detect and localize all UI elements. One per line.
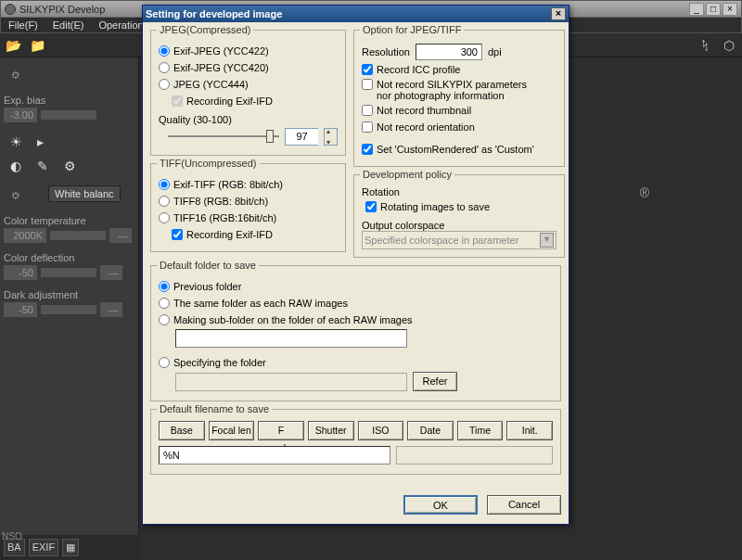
set-custom-checkbox[interactable] xyxy=(362,144,373,155)
exp-slider[interactable] xyxy=(41,110,96,120)
not-rec-thumb-checkbox[interactable] xyxy=(362,105,373,116)
focal-button[interactable]: Focal len xyxy=(209,421,255,440)
menu-edit[interactable]: Edit(E) xyxy=(45,18,92,32)
tiff-exif-checkbox[interactable] xyxy=(172,229,183,240)
refer-button[interactable]: Refer xyxy=(413,372,457,391)
prev-folder-radio[interactable] xyxy=(159,281,170,292)
jpeg-ycc444-label: JPEG (YCC444) xyxy=(173,79,249,90)
tiff-exif-rec-label: Recording Exif-IFD xyxy=(186,229,273,240)
not-rec-thumb-label: Not record thumbnail xyxy=(377,105,471,116)
brush-icon[interactable]: ✎ xyxy=(32,156,53,176)
exif-tag[interactable]: EXIF xyxy=(29,539,58,556)
ct-slider[interactable] xyxy=(50,231,106,240)
jpeg-exif-checkbox xyxy=(172,95,183,107)
cancel-button[interactable]: Cancel xyxy=(487,495,561,515)
tiff8-label: TIFF8 (RGB: 8bit/ch) xyxy=(173,196,268,207)
resolution-input[interactable] xyxy=(416,44,482,60)
filename-group: Default filename to save Base Focal len … xyxy=(150,409,561,475)
jpeg-ycc422-radio[interactable] xyxy=(159,45,170,57)
jpeg-group-title: JPEG(Compressed) xyxy=(157,24,253,35)
wb-tab[interactable]: White balanc xyxy=(48,185,121,202)
filename-pattern-input[interactable] xyxy=(159,446,390,465)
contrast-icon[interactable]: ◐ xyxy=(6,156,26,176)
close-button[interactable]: × xyxy=(723,3,737,16)
jpeg-ycc420-label: Exif-JPEG (YCC420) xyxy=(173,62,269,73)
filename-group-title: Default filename to save xyxy=(157,403,272,414)
nso-label: NSO xyxy=(2,531,22,541)
folder-group-title: Default folder to save xyxy=(157,260,259,271)
tiff8-radio[interactable] xyxy=(159,196,170,207)
time-button[interactable]: Time xyxy=(457,421,504,440)
tiff16-radio[interactable] xyxy=(159,212,170,223)
resolution-unit: dpi xyxy=(488,46,502,57)
brightness-icon[interactable]: ☼ xyxy=(6,63,26,83)
not-rec-orient-checkbox[interactable] xyxy=(362,121,373,133)
subfolder-input[interactable] xyxy=(175,329,407,348)
jpeg-ycc420-radio[interactable] xyxy=(159,62,170,73)
init-button[interactable]: Init. xyxy=(506,421,553,440)
quality-input[interactable] xyxy=(285,128,318,146)
jpeg-ycc444-radio[interactable] xyxy=(159,79,170,90)
chevron-down-icon: ▼ xyxy=(540,233,554,248)
output-cs-value: Specified colorspace in parameter xyxy=(365,235,518,246)
specify-folder-radio[interactable] xyxy=(159,357,170,368)
quality-spinner[interactable] xyxy=(324,128,338,146)
quality-label: Quality (30-100) xyxy=(159,114,338,125)
quality-slider[interactable] xyxy=(168,127,279,146)
tiff16-label: TIFF16 (RGB:16bit/ch) xyxy=(173,212,276,223)
subfolder-radio[interactable] xyxy=(159,314,170,325)
menu-file[interactable]: File(F) xyxy=(1,18,45,32)
da-dash: --- xyxy=(100,302,122,317)
same-folder-radio[interactable] xyxy=(159,298,170,309)
tiff-exif-radio[interactable] xyxy=(159,179,170,190)
cd-dash: --- xyxy=(100,265,122,280)
wb-icon: ☼ xyxy=(6,184,26,204)
tiff-group: TIFF(Uncompressed) Exif-TIFF (RGB: 8bit/… xyxy=(150,163,346,252)
rec-icc-label: Record ICC profile xyxy=(377,64,460,75)
dialog-close-button[interactable]: × xyxy=(551,7,566,20)
rotating-checkbox[interactable] xyxy=(365,201,377,212)
da-label: Dark adjustment xyxy=(4,289,134,300)
rotating-label: Rotating images to save xyxy=(380,201,490,212)
base-button[interactable]: Base xyxy=(159,421,205,440)
iso-button[interactable]: ISO xyxy=(358,421,404,440)
resolution-label: Resolution xyxy=(362,46,410,57)
ct-value: 2000K xyxy=(4,228,46,243)
output-cs-combo: Specified colorspace in parameter ▼ xyxy=(362,231,556,249)
arrow-icon[interactable]: ▸ xyxy=(30,132,50,152)
shutter-button[interactable]: Shutter xyxy=(308,421,354,440)
da-slider[interactable] xyxy=(41,305,96,314)
gear-icon[interactable]: ⚙ xyxy=(59,156,80,176)
set-custom-label: Set 'CustomRendered' as 'Custom' xyxy=(377,144,534,155)
cd-label: Color deflection xyxy=(4,252,134,263)
jpeg-exif-label: Recording Exif-IFD xyxy=(186,95,273,107)
option-group-title: Option for JPEG/TIFF xyxy=(360,24,464,35)
not-rec-params-checkbox[interactable] xyxy=(362,79,373,90)
devpolicy-group: Development policy Rotation Rotating ima… xyxy=(353,174,565,258)
folder-group: Default folder to save Previous folder T… xyxy=(150,265,561,401)
left-panel: ☼ Exp. bias -3.00 ☀▸ ◐ ✎ ⚙ ☼White balanc… xyxy=(0,57,139,560)
open-folder-icon[interactable]: 📂 xyxy=(4,36,22,55)
prev-folder-label: Previous folder xyxy=(173,281,241,292)
open-file-icon[interactable]: 📁▾ xyxy=(28,36,46,55)
exp-bias-value: -3.00 xyxy=(4,108,37,122)
devpolicy-group-title: Development policy xyxy=(360,169,454,180)
date-button[interactable]: Date xyxy=(407,421,454,440)
settings-icon[interactable]: ⬡ xyxy=(720,36,738,55)
ok-button[interactable]: OK xyxy=(403,495,478,515)
sun-icon[interactable]: ☀ xyxy=(6,132,26,152)
tool-icon[interactable]: ᛪ xyxy=(696,36,714,55)
thumb-tag[interactable]: ▦ xyxy=(62,539,79,556)
filename-preview xyxy=(396,446,553,465)
dialog-title: Setting for developed image xyxy=(146,8,282,19)
rec-icc-checkbox[interactable] xyxy=(362,64,373,75)
minimize-button[interactable]: _ xyxy=(689,3,704,16)
cd-slider[interactable] xyxy=(41,268,96,277)
maximize-button[interactable]: □ xyxy=(706,3,721,16)
not-rec-orient-label: Not record orientation xyxy=(377,121,475,133)
same-folder-label: The same folder as each RAW images xyxy=(173,298,348,309)
subfolder-label: Making sub-folder on the folder of each … xyxy=(173,314,413,325)
specify-folder-label: Specifying the folder xyxy=(173,357,266,368)
dialog-titlebar[interactable]: Setting for developed image × xyxy=(143,6,569,22)
fnumber-button[interactable]: F number xyxy=(258,421,304,440)
